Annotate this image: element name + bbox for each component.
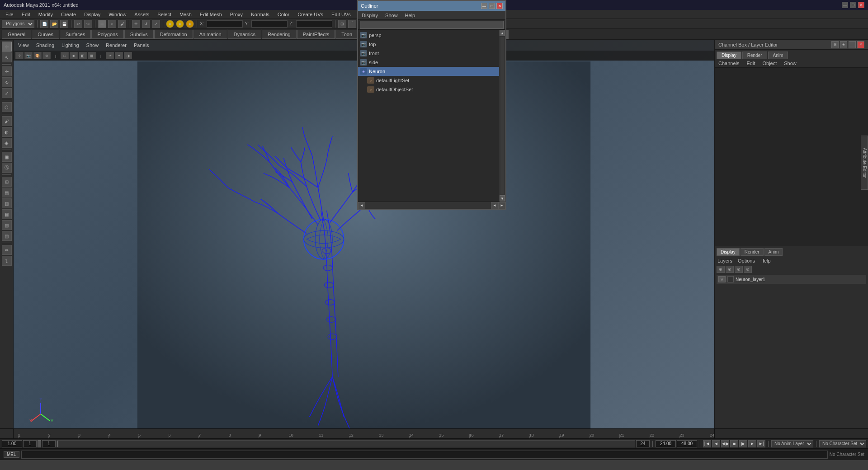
tool-snap-grid[interactable]: ⊞	[338, 20, 346, 28]
tool-extrude[interactable]: ⬡	[2, 102, 12, 112]
pb-stop[interactable]: ■	[730, 440, 738, 447]
pb-play-back[interactable]: ◄▶	[721, 440, 729, 447]
outliner-minimize[interactable]: —	[481, 3, 487, 9]
tool-render-region[interactable]: ▣	[2, 152, 12, 162]
tool-light1[interactable]: ●	[166, 20, 174, 28]
vp-menu-show[interactable]: Show	[85, 42, 101, 49]
z-input[interactable]	[296, 20, 332, 28]
cb-icon-2[interactable]: ◈	[840, 41, 847, 48]
menu-modify[interactable]: Modify	[35, 11, 57, 18]
menu-create[interactable]: Create	[57, 11, 80, 18]
tool-select[interactable]: ⊹	[98, 20, 106, 28]
tab-subdivs[interactable]: Subdivs	[124, 30, 154, 39]
tool-curve-pen[interactable]: ✏	[2, 245, 12, 255]
scroll-left-btn[interactable]: ◄	[358, 202, 365, 209]
tool-bend[interactable]: ⤵	[2, 256, 12, 266]
tab-dynamics[interactable]: Dynamics	[228, 30, 261, 39]
vscroll-down-btn[interactable]: ▼	[500, 195, 505, 202]
layer-tab-render[interactable]: Render	[741, 248, 764, 256]
tool-new[interactable]: 📄	[40, 20, 48, 28]
outliner-menu-display[interactable]: Display	[360, 12, 380, 19]
tab-deformation[interactable]: Deformation	[154, 30, 193, 39]
timeline-ruler[interactable]: 123456789101112131415161718192021222324	[14, 429, 714, 438]
cb-menu-edit[interactable]: Edit	[745, 60, 757, 66]
outliner-horizontal-scrollbar[interactable]: ◄ ◄ ►	[358, 202, 505, 209]
playback-current-frame[interactable]	[23, 440, 37, 447]
layer-tab-anim[interactable]: Anim	[764, 248, 783, 256]
tool-light2[interactable]: ●	[176, 20, 184, 28]
tool-redo[interactable]: ↪	[84, 20, 92, 28]
vp-tool-paint[interactable]: 🎨	[33, 52, 42, 59]
pb-play-fwd[interactable]: ▶	[739, 440, 747, 447]
cb-menu-show[interactable]: Show	[782, 60, 798, 66]
pb-step-back[interactable]: ◄	[712, 440, 720, 447]
cb-menu-channels[interactable]: Channels	[717, 60, 741, 66]
playback-slider[interactable]	[57, 440, 635, 447]
scroll-left-btn-2[interactable]: ◄	[491, 202, 498, 209]
vp-tool-select[interactable]: ⊹	[15, 52, 24, 59]
lt-btn-4[interactable]: ⊙	[744, 266, 752, 273]
lt-btn-1[interactable]: ⊕	[717, 266, 725, 273]
tool-paint-left[interactable]: 🖌	[2, 116, 12, 126]
playback-range-start[interactable]	[42, 440, 56, 447]
tool-save[interactable]: 💾	[60, 20, 68, 28]
menu-edit-mesh[interactable]: Edit Mesh	[196, 11, 226, 18]
tool-layer-opts[interactable]: ▥	[2, 198, 12, 208]
playback-start-field[interactable]	[2, 440, 22, 447]
outliner-menu-show[interactable]: Show	[383, 12, 400, 19]
menu-file[interactable]: File	[2, 11, 17, 18]
maximize-button[interactable]: □	[850, 2, 856, 8]
tool-layer-mode[interactable]: ▦	[2, 209, 12, 219]
tool-scale[interactable]: ⤢	[152, 20, 160, 28]
cb-icon-1[interactable]: ⊞	[831, 41, 839, 48]
menu-edit-uvs[interactable]: Edit UVs	[328, 11, 354, 18]
tab-general[interactable]: General	[2, 30, 31, 39]
lt-btn-3[interactable]: ⊘	[735, 266, 743, 273]
pb-go-end[interactable]: ►|	[757, 440, 765, 447]
menu-mesh[interactable]: Mesh	[176, 11, 195, 18]
outliner-item-defaultlightset[interactable]: ○ defaultLightSet	[358, 76, 505, 85]
tool-lasso[interactable]: ○	[108, 20, 116, 28]
outliner-close[interactable]: ✕	[496, 3, 503, 9]
vp-tool-snap[interactable]: ⊕	[42, 52, 51, 59]
vp-tool-wireframe[interactable]: □	[61, 52, 69, 59]
tab-painteffects[interactable]: PaintEffects	[297, 30, 335, 39]
tab-animation[interactable]: Animation	[193, 30, 227, 39]
playback-end1[interactable]	[656, 440, 676, 447]
tab-rendering[interactable]: Rendering	[262, 30, 297, 39]
anim-layer-selector[interactable]: No Anim Layer	[771, 440, 813, 447]
tab-polygons[interactable]: Polygons	[91, 30, 123, 39]
tool-snap-curve[interactable]: ⌒	[348, 20, 356, 28]
mel-input[interactable]	[21, 451, 828, 459]
outliner-item-defaultobjectset[interactable]: ○ defaultObjectSet	[358, 85, 505, 94]
playback-end2[interactable]	[677, 440, 697, 447]
tab-surfaces[interactable]: Surfaces	[60, 30, 91, 39]
tool-lasso-left[interactable]: ↖	[2, 52, 12, 62]
outliner-search-input[interactable]	[360, 21, 504, 29]
tool-sculpt[interactable]: ◐	[2, 127, 12, 137]
outliner-vertical-scrollbar[interactable]: ▲ ▼	[499, 30, 505, 202]
close-button[interactable]: ✕	[858, 2, 864, 8]
tool-light3[interactable]: ●	[186, 20, 194, 28]
tool-open[interactable]: 📂	[50, 20, 58, 28]
pb-go-start[interactable]: |◄	[703, 440, 711, 447]
lm-help[interactable]: Help	[760, 258, 772, 264]
vp-tool-smooth[interactable]: ■	[70, 52, 78, 59]
vscroll-up-btn[interactable]: ▲	[500, 30, 505, 36]
menu-normals[interactable]: Normals	[247, 11, 273, 18]
menu-select[interactable]: Select	[154, 11, 175, 18]
minimize-button[interactable]: —	[842, 2, 848, 8]
cb-menu-object[interactable]: Object	[760, 60, 778, 66]
lt-btn-2[interactable]: ⊗	[726, 266, 734, 273]
tool-grid-display[interactable]: ⊞	[2, 177, 12, 187]
outliner-maximize[interactable]: □	[489, 3, 495, 9]
tool-display-layer[interactable]: ▤	[2, 188, 12, 197]
vp-menu-lighting[interactable]: Lighting	[60, 42, 81, 49]
tab-toon[interactable]: Toon	[335, 30, 358, 39]
attribute-editor-tab[interactable]: Attribute Editor	[861, 136, 868, 190]
tool-rotate[interactable]: ↺	[142, 20, 150, 28]
lm-layers[interactable]: Layers	[717, 258, 733, 264]
cb-minimize[interactable]: —	[849, 41, 856, 48]
vp-menu-panels[interactable]: Panels	[132, 42, 151, 49]
vp-tool-light1[interactable]: ☀	[106, 52, 114, 59]
